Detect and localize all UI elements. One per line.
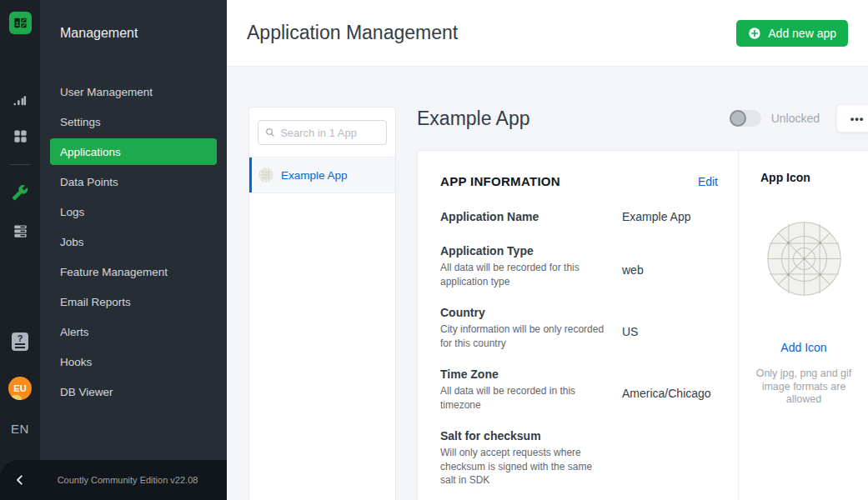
dashboards-icon[interactable] [0, 128, 40, 144]
sidebar-footer: Countly Community Edition v22.08 [0, 460, 227, 500]
sidebar-item-label: Jobs [60, 236, 84, 248]
analytics-icon[interactable] [0, 93, 40, 110]
field-label: Country [440, 306, 610, 319]
field-label: Salt for checksum [440, 429, 610, 442]
app-icon-title: App Icon [760, 171, 810, 184]
chevron-left-icon [14, 474, 26, 486]
field-description: All data will be recorded in this timezo… [440, 384, 610, 412]
app-detail-card: APP INFORMATION Edit Application Name Ex… [417, 150, 868, 500]
user-avatar[interactable]: EU [8, 377, 32, 400]
rail-divider [10, 164, 30, 165]
sidebar-item-label: Applications [60, 146, 121, 158]
field-label: Application Type [440, 244, 610, 258]
app-list-item-example-app[interactable]: Example App [249, 157, 395, 193]
icon-format-note: Only jpg, png and gif image formats are … [754, 368, 854, 407]
main-area: Application Management Add new app [227, 0, 868, 500]
management-wrench-icon[interactable] [0, 184, 40, 201]
search-input[interactable] [280, 127, 379, 139]
sidebar-item-settings[interactable]: Settings [50, 108, 217, 135]
app-search [258, 120, 387, 145]
sidebar-item-label: Settings [60, 116, 101, 128]
field-list: Application Name Example App Application… [440, 210, 718, 488]
app-info-field-row: Time Zone All data will be recorded in t… [440, 368, 718, 412]
sidebar-item-feature-management[interactable]: Feature Management [50, 258, 217, 285]
sidebar-item-user-management[interactable]: User Management [50, 78, 217, 105]
sidebar-item-label: User Management [60, 86, 153, 98]
add-new-app-label: Add new app [768, 27, 836, 40]
page-title: Application Management [247, 22, 736, 44]
app-info-field-row: Application Name Example App [440, 210, 718, 227]
app-icon-panel: App Icon Add Icon Only jpg, png and gif … [739, 151, 868, 500]
app-thumbnail-icon [258, 168, 273, 182]
field-description: City information will be only recorded f… [440, 322, 610, 350]
sidebar-item-label: Logs [60, 206, 84, 218]
field-label: Time Zone [440, 368, 610, 381]
app-info-field-row: Country City information will be only re… [440, 306, 718, 350]
app-icon-placeholder [765, 220, 843, 298]
field-value: US [622, 306, 638, 350]
avatar-initials: EU [13, 383, 26, 393]
app-list-panel: Example App [248, 107, 396, 500]
more-options-button[interactable]: ••• [836, 104, 868, 132]
field-value: America/Chicago [622, 368, 711, 412]
svg-text:1: 1 [15, 20, 19, 28]
data-manager-icon[interactable] [0, 223, 40, 239]
countly-logo-glyph: 1 [13, 16, 28, 30]
content: Example App Example App Unlocked ••• APP… [227, 67, 868, 500]
edit-link[interactable]: Edit [698, 175, 718, 188]
app-information-section: APP INFORMATION Edit Application Name Ex… [418, 151, 738, 500]
app-list-item-label: Example App [281, 169, 348, 182]
sidebar-item-logs[interactable]: Logs [50, 198, 217, 225]
sidebar-item-label: Data Points [60, 176, 118, 188]
sidebar-item-email-reports[interactable]: Email Reports [50, 288, 217, 315]
add-new-app-button[interactable]: Add new app [736, 20, 848, 47]
add-icon-link[interactable]: Add Icon [780, 341, 826, 354]
field-label: Application Name [440, 210, 610, 223]
sidebar-item-applications[interactable]: Applications [50, 138, 217, 165]
sidebar-item-hooks[interactable]: Hooks [50, 348, 217, 375]
sidebar-item-label: Alerts [60, 326, 89, 338]
sidebar: 1 [0, 0, 227, 500]
svg-text:?: ? [18, 333, 23, 343]
field-value: web [622, 244, 644, 288]
app-info-field-row: Salt for checksum Will only accept reque… [440, 429, 718, 488]
lock-state-label: Unlocked [771, 112, 820, 125]
sidebar-nav: User ManagementSettingsApplicationsData … [50, 78, 217, 408]
sidebar-item-jobs[interactable]: Jobs [50, 228, 217, 255]
toggle-knob [730, 110, 746, 127]
app-detail-title: Example App [417, 108, 730, 130]
page-header: Application Management Add new app [227, 0, 868, 67]
field-description: All data will be recorded for this appli… [440, 261, 610, 288]
sidebar-item-data-points[interactable]: Data Points [50, 168, 217, 195]
sidebar-item-label: DB Viewer [60, 386, 113, 398]
feedback-icon[interactable]: ? [0, 332, 40, 352]
sidebar-item-label: Email Reports [60, 296, 131, 308]
sidebar-item-alerts[interactable]: Alerts [50, 318, 217, 345]
countly-logo[interactable]: 1 [9, 12, 32, 34]
version-label: Countly Community Edition v22.08 [40, 475, 227, 485]
sidebar-item-label: Hooks [60, 356, 92, 368]
collapse-sidebar-button[interactable] [0, 474, 40, 486]
sidebar-menu: Management User ManagementSettingsApplic… [40, 0, 227, 500]
plus-circle-icon [748, 27, 761, 40]
sidebar-item-db-viewer[interactable]: DB Viewer [50, 378, 217, 405]
app-info-field-row: Application Type All data will be record… [440, 244, 718, 288]
search-icon [265, 127, 275, 138]
language-selector[interactable]: EN [0, 422, 40, 436]
app-information-title: APP INFORMATION [440, 174, 698, 188]
field-description: Will only accept requests where checksum… [440, 446, 610, 488]
sidebar-section-title: Management [60, 26, 138, 41]
detail-header: Example App Unlocked ••• [417, 100, 868, 137]
sidebar-item-label: Feature Management [60, 266, 168, 278]
icon-rail: 1 [0, 0, 40, 500]
field-value: Example App [622, 210, 691, 227]
lock-toggle[interactable] [730, 110, 761, 127]
